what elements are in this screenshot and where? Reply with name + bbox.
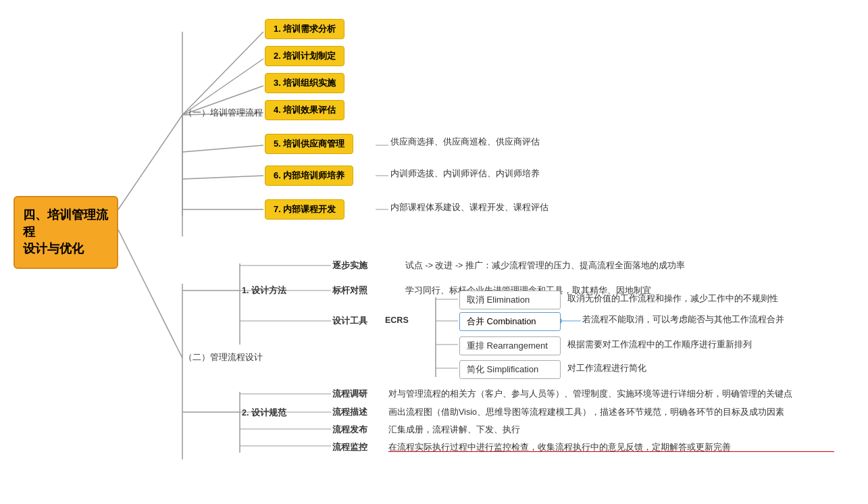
spec-survey-desc: 对与管理流程的相关方（客户、参与人员等）、管理制度、实施环境等进行详细分析，明确… <box>388 388 792 400</box>
left-card-line1: 四、培训管理流程 <box>23 208 108 238</box>
design-spec-label: 2. 设计规范 <box>242 407 286 419</box>
step-7-desc: 内部课程体系建设、课程开发、课程评估 <box>390 202 548 213</box>
left-card: 四、培训管理流程 设计与优化 <box>14 196 118 269</box>
step-5-desc: 供应商选择、供应商巡检、供应商评估 <box>390 136 540 148</box>
spec-survey-name: 流程调研 <box>332 388 367 400</box>
design-method-label: 1. 设计方法 <box>242 285 286 297</box>
gradual-impl-desc: 试点 -> 改进 -> 推广：减少流程管理的压力、提高流程全面落地的成功率 <box>405 260 685 272</box>
step-7-btn: 7. 内部课程开发 <box>265 199 344 220</box>
ecrs-rearrangement-desc: 根据需要对工作流程中的工作顺序进行重新排列 <box>567 339 752 351</box>
spec-describe-name: 流程描述 <box>332 407 367 418</box>
spec-publish-name: 流程发布 <box>332 424 367 436</box>
step-3-btn: 3. 培训组织实施 <box>265 73 344 93</box>
svg-line-3 <box>182 32 263 115</box>
ecrs-combination-desc: 若流程不能取消，可以考虑能否与其他工作流程合并 <box>582 314 784 326</box>
design-tool-name: 设计工具 <box>332 316 367 327</box>
gradual-impl-name: 逐步实施 <box>332 260 367 272</box>
ecrs-elimination-box: 取消 Elimination <box>459 291 561 309</box>
step-6-btn: 6. 内部培训师培养 <box>265 166 353 186</box>
step-1-btn: 1. 培训需求分析 <box>265 19 344 39</box>
ecrs-simplification-box: 简化 Simplification <box>459 360 561 379</box>
benchmark-name: 标杆对照 <box>332 285 367 297</box>
section-one-label: （一）培训管理流程 <box>184 107 263 119</box>
spec-publish-desc: 汇集成册，流程讲解、下发、执行 <box>388 424 520 436</box>
step-5-btn: 5. 培训供应商管理 <box>265 134 353 154</box>
svg-line-7 <box>182 145 263 152</box>
svg-line-8 <box>182 176 263 179</box>
ecrs-simplification-desc: 对工作流程进行简化 <box>567 363 646 374</box>
spec-monitor-name: 流程监控 <box>332 442 367 453</box>
ecrs-rearrangement-box: 重排 Rearrangement <box>459 336 561 355</box>
ecrs-elimination-desc: 取消无价值的工作流程和操作，减少工作中的不规则性 <box>567 293 778 305</box>
last-item-underline <box>388 451 834 452</box>
step-4-btn: 4. 培训效果评估 <box>265 100 344 120</box>
svg-line-0 <box>118 115 182 209</box>
main-container: 四、培训管理流程 设计与优化 （一）培训管理流程 1. 培训需求分析 2. 培训… <box>0 0 868 504</box>
ecrs-combination-box: 合并 Combination <box>459 312 561 331</box>
step-6-desc: 内训师选拔、内训师评估、内训师培养 <box>390 168 540 180</box>
left-card-line2: 设计与优化 <box>23 242 84 255</box>
svg-line-1 <box>118 230 182 358</box>
step-2-btn: 2. 培训计划制定 <box>265 46 344 66</box>
spec-describe-desc: 画出流程图（借助Visio、思维导图等流程建模工具），描述各环节规范，明确各环节… <box>388 407 784 418</box>
ecrs-label: ECRS <box>385 316 409 325</box>
section-two-label: （二）管理流程设计 <box>184 351 263 363</box>
